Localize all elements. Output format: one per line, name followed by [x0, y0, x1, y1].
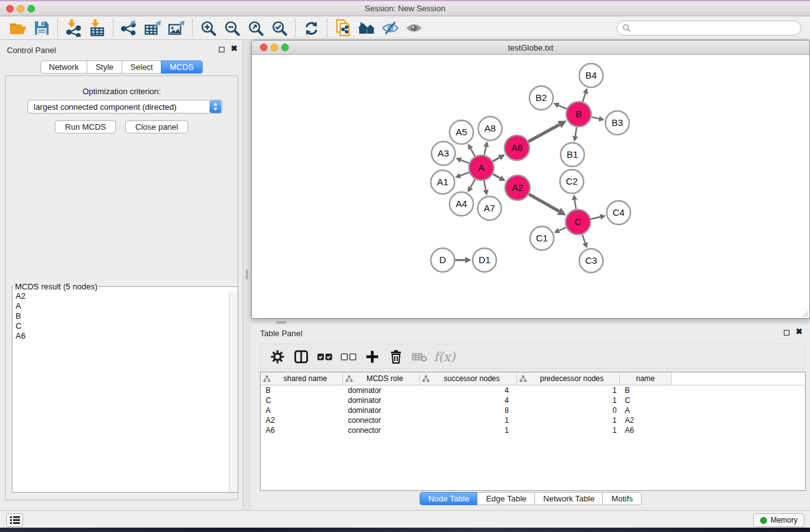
table-row-a2[interactable]: A2connector11A2: [261, 415, 805, 425]
column-header-mcds-role[interactable]: MCDS role: [343, 372, 420, 385]
hide-panel-button[interactable]: [378, 18, 402, 38]
graph-node-A[interactable]: A: [469, 155, 494, 180]
export-image-button[interactable]: [165, 18, 188, 38]
zoom-fit-button[interactable]: [244, 18, 268, 38]
table-settings-button[interactable]: [266, 346, 289, 367]
graph-node-A6[interactable]: A6: [504, 135, 529, 160]
table-cell[interactable]: B: [261, 385, 343, 395]
table-cell[interactable]: 8: [420, 405, 517, 415]
graph-edge-C-C1[interactable]: [554, 228, 566, 233]
table-cell[interactable]: connector: [343, 425, 420, 435]
graph-node-A8[interactable]: A8: [478, 117, 502, 140]
table-cell[interactable]: 1: [517, 425, 620, 435]
tab-motifs[interactable]: Motifs: [602, 492, 642, 505]
tab-network-table[interactable]: Network Table: [534, 492, 603, 505]
table-cell[interactable]: 1: [517, 385, 620, 395]
table-cell[interactable]: dominator: [343, 395, 420, 405]
result-list-scrollbar[interactable]: [229, 291, 237, 491]
graph-edge-D-D1[interactable]: [455, 257, 471, 263]
column-header-shared-name[interactable]: shared name: [261, 372, 343, 385]
table-row-a[interactable]: Adominator80A: [261, 405, 805, 415]
graph-node-A1[interactable]: A1: [431, 170, 455, 194]
float-panel-icon[interactable]: [219, 47, 224, 52]
mcds-result-item-a6[interactable]: A6: [13, 331, 229, 341]
table-cell[interactable]: 1: [517, 395, 620, 405]
delete-table-button[interactable]: [408, 346, 432, 367]
zoom-out-button[interactable]: [220, 18, 244, 38]
column-header-successor-nodes[interactable]: successor nodes: [420, 372, 517, 385]
table-cell[interactable]: C: [261, 395, 343, 405]
import-table-button[interactable]: [85, 18, 109, 38]
vertical-splitter-handle[interactable]: [246, 269, 248, 279]
column-header-name[interactable]: name: [620, 372, 672, 385]
clone-network-button[interactable]: [331, 18, 355, 38]
graph-node-B4[interactable]: B4: [579, 64, 603, 87]
tab-style[interactable]: Style: [87, 60, 122, 74]
deselect-all-button[interactable]: [337, 346, 360, 367]
graph-node-B1[interactable]: B1: [561, 143, 584, 167]
close-table-panel-icon[interactable]: ✖: [796, 327, 803, 336]
export-table-button[interactable]: [141, 18, 165, 38]
graph-edge-C-C2[interactable]: [572, 195, 577, 209]
tab-network[interactable]: Network: [40, 60, 87, 74]
delete-column-button[interactable]: [384, 346, 408, 367]
network-canvas[interactable]: B4B2BB3A8A5A6A3B1AA1C2A2A4A7C4CC1C3DD1: [252, 55, 809, 318]
add-column-button[interactable]: [360, 346, 384, 367]
mcds-result-item-a2[interactable]: A2: [13, 291, 229, 301]
table-cell[interactable]: dominator: [343, 385, 420, 395]
table-cell[interactable]: A6: [261, 425, 343, 435]
table-cell[interactable]: 1: [517, 415, 620, 425]
graph-node-A2[interactable]: A2: [505, 175, 530, 200]
open-session-button[interactable]: [6, 18, 30, 38]
graph-edge-A-A3[interactable]: [456, 157, 470, 163]
tab-node-table[interactable]: Node Table: [420, 492, 478, 505]
graph-node-B3[interactable]: B3: [605, 111, 629, 135]
import-network-button[interactable]: [62, 18, 85, 38]
table-cell[interactable]: A: [261, 405, 343, 415]
graph-edge-A-A6[interactable]: [493, 155, 505, 162]
search-input[interactable]: [631, 24, 796, 32]
close-panel-button[interactable]: Close panel: [125, 120, 188, 133]
graph-node-A3[interactable]: A3: [432, 142, 455, 165]
table-cell[interactable]: A2: [620, 415, 672, 425]
column-header-predecessor-nodes[interactable]: predecessor nodes: [517, 372, 620, 385]
horizontal-splitter-handle[interactable]: [276, 321, 286, 324]
table-row-a6[interactable]: A6connector11A6: [261, 425, 805, 435]
task-history-button[interactable]: [6, 513, 23, 527]
mcds-result-item-a[interactable]: A: [13, 301, 229, 311]
tab-edge-table[interactable]: Edge Table: [477, 492, 535, 505]
zoom-selected-button[interactable]: [268, 18, 291, 38]
save-session-button[interactable]: [30, 18, 54, 38]
export-network-button[interactable]: [117, 18, 141, 38]
memory-button[interactable]: Memory: [753, 513, 804, 527]
graph-node-C[interactable]: C: [566, 210, 591, 235]
refresh-button[interactable]: [299, 18, 323, 38]
table-cell[interactable]: 4: [420, 385, 517, 395]
graph-edge-A-A1[interactable]: [455, 172, 470, 178]
graph-node-B[interactable]: B: [566, 102, 591, 127]
graph-node-C4[interactable]: C4: [607, 201, 630, 225]
criterion-dropdown[interactable]: largest connected component (directed): [27, 100, 223, 114]
table-row-b[interactable]: Bdominator41B: [261, 385, 805, 395]
table-cell[interactable]: 4: [420, 395, 517, 405]
float-table-panel-icon[interactable]: [784, 330, 789, 336]
graph-edge-B-B4[interactable]: [582, 88, 588, 102]
function-builder-button[interactable]: f(x): [432, 346, 455, 367]
table-cell[interactable]: connector: [343, 415, 420, 425]
table-cell[interactable]: 1: [420, 415, 517, 425]
tab-select[interactable]: Select: [122, 60, 162, 74]
table-cell[interactable]: 1: [420, 425, 517, 435]
table-row-c[interactable]: Cdominator41C: [261, 395, 805, 405]
graph-node-C1[interactable]: C1: [530, 226, 554, 250]
select-all-button[interactable]: [313, 346, 337, 367]
graph-node-C2[interactable]: C2: [560, 170, 584, 193]
table-cell[interactable]: dominator: [343, 405, 420, 415]
graph-edge-A-A5[interactable]: [468, 143, 475, 156]
graph-edge-A-A4[interactable]: [468, 179, 475, 192]
graph-edge-B-B2[interactable]: [553, 103, 566, 109]
graph-edge-A6-B[interactable]: [528, 121, 566, 142]
search-field[interactable]: [617, 21, 801, 36]
table-cell[interactable]: A2: [261, 415, 343, 425]
show-columns-button[interactable]: [289, 346, 313, 367]
graph-node-D1[interactable]: D1: [473, 248, 496, 272]
